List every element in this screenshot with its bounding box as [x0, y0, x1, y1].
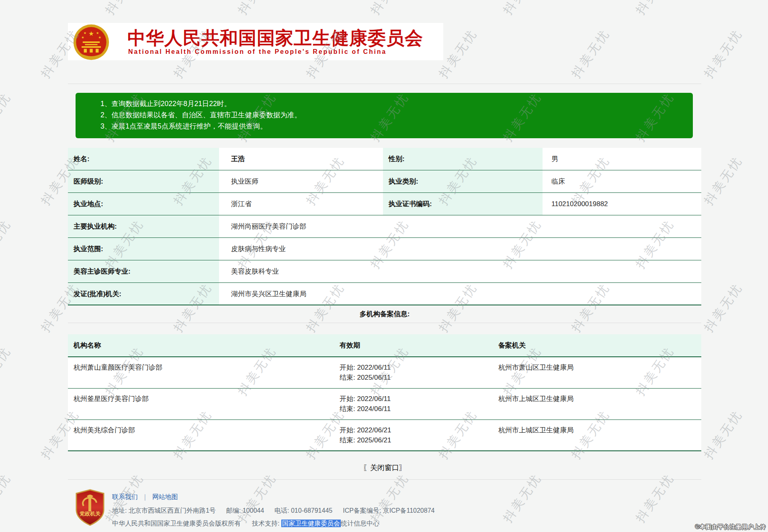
name-label: 姓名:: [68, 148, 219, 170]
filing-authority: 杭州市上城区卫生健康局: [498, 394, 701, 419]
validity-header: 有效期: [340, 341, 498, 350]
certificate-no-label: 执业证书编码:: [383, 193, 543, 215]
watermark-text: 抖美无忧: [765, 89, 768, 145]
table-row: 主要执业机构: 湖州尚丽医疗美容门诊部: [68, 215, 701, 238]
watermark-text: 抖美无忧: [632, 0, 678, 18]
practice-scope-label: 执业范围:: [68, 238, 219, 260]
watermark-text: 抖美无忧: [234, 0, 280, 18]
badge-label: 党政机关: [79, 511, 101, 517]
org-name-header: 机构名称: [68, 341, 340, 350]
org-name: 杭州萧山童颜医疗美容门诊部: [68, 362, 340, 388]
gender-label: 性别:: [383, 148, 543, 170]
svg-text:★: ★: [88, 30, 94, 37]
issuing-authority-label: 发证(批准)机关:: [68, 283, 219, 305]
svg-text:★: ★: [96, 31, 99, 35]
watermark-text: 抖美无忧: [765, 470, 768, 526]
cosmetic-specialty-label: 美容主诊医师专业:: [68, 260, 219, 282]
svg-text:★: ★: [84, 31, 86, 35]
doctor-info-table: 姓名: 王浩 性别: 男 医师级别: 执业医师 执业类别: 临床 执业地点: 浙…: [68, 148, 701, 305]
multi-org-header-row: 机构名称 有效期 备案机关: [68, 334, 701, 357]
watermark-text: 抖美无忧: [0, 0, 15, 18]
validity-end: 结束: 2025/06/11: [340, 372, 498, 383]
watermark-text: 抖美无忧: [765, 216, 768, 272]
tech-support-highlight: 国家卫生健康委员会: [281, 520, 341, 527]
watermark-text: 抖美无忧: [700, 26, 746, 81]
watermark-text: 抖美无忧: [765, 343, 768, 399]
footer-links: 联系我们｜网站地图: [112, 493, 178, 501]
icp-text: ICP备案编号: 京ICP备11020874: [343, 507, 434, 514]
watermark-text: 抖美无忧: [0, 216, 15, 272]
close-window-link[interactable]: 〖关闭窗口〗: [68, 463, 701, 473]
main-institution-label: 主要执业机构:: [68, 215, 219, 237]
tech-support-label: 技术支持:: [252, 520, 281, 527]
practice-scope-value: 皮肤病与性病专业: [219, 238, 701, 260]
site-header-banner: ★ ★ ★ ★ ★ 中华人民共和国国家卫生健康委员会 National Heal…: [68, 23, 443, 60]
validity-end: 结束: 2025/06/21: [340, 435, 498, 445]
address-text: 地址: 北京市西城区西直门外南路1号: [112, 507, 216, 514]
watermark-text: 抖美无忧: [500, 470, 545, 526]
national-emblem-icon: ★ ★ ★ ★ ★: [73, 24, 110, 61]
watermark-text: 抖美无忧: [632, 470, 678, 526]
watermark-text: 抖美无忧: [568, 26, 614, 81]
validity-start: 开始: 2022/06/11: [340, 362, 498, 372]
filing-authority-header: 备案机关: [498, 341, 701, 350]
site-title-english: National Health Commission of the People…: [128, 48, 387, 55]
footer-address-line: 地址: 北京市西城区西直门外南路1号邮编: 100044电话: 010-6879…: [112, 507, 445, 515]
certificate-no-value: 110210200019882: [543, 193, 701, 215]
filing-authority: 杭州市萧山区卫生健康局: [498, 362, 701, 388]
phone-text: 电话: 010-68791445: [274, 507, 332, 514]
footer-copyright-line: 中华人民共和国国家卫生健康委员会版权所有技术支持: 国家卫生健康委员会统计信息中…: [112, 520, 379, 528]
notice-line-1: 1、查询数据截止到2022年8月21日22时。: [100, 98, 685, 109]
org-name: 杭州美兆综合门诊部: [68, 425, 340, 450]
notice-line-3: 3、凌晨1点至凌晨5点系统进行维护，不能提供查询。: [100, 121, 685, 132]
table-row: 医师级别: 执业医师 执业类别: 临床: [68, 170, 701, 193]
watermark-text: 抖美无忧: [0, 470, 15, 526]
practice-location-label: 执业地点:: [68, 193, 219, 215]
query-notice-box: 1、查询数据截止到2022年8月21日22时。 2、信息数据结果以各省、自治区、…: [76, 93, 693, 138]
issuing-authority-value: 湖州市吴兴区卫生健康局: [219, 283, 701, 305]
table-row: 执业范围: 皮肤病与性病专业: [68, 238, 701, 260]
copyright-text: 中华人民共和国国家卫生健康委员会版权所有: [112, 520, 241, 527]
table-row: 美容主诊医师专业: 美容皮肤科专业: [68, 260, 701, 283]
upload-watermark-badge: ©本图由平台注册用户上传: [695, 524, 766, 531]
table-row: 杭州釜星医疗美容门诊部 开始: 2022/06/11 结束: 2024/06/1…: [68, 389, 701, 420]
table-row: 杭州萧山童颜医疗美容门诊部 开始: 2022/06/11 结束: 2025/06…: [68, 357, 701, 389]
divider-top: [68, 84, 701, 84]
notice-line-2: 2、信息数据结果以各省、自治区、直辖市卫生健康委数据为准。: [100, 109, 685, 121]
gender-value: 男: [543, 148, 701, 170]
table-row: 姓名: 王浩 性别: 男: [68, 148, 701, 170]
table-row: 杭州美兆综合门诊部 开始: 2022/06/21 结束: 2025/06/21 …: [68, 420, 701, 451]
divider-footer: [68, 479, 701, 480]
watermark-text: 抖美无忧: [700, 407, 746, 462]
contact-us-link[interactable]: 联系我们: [112, 493, 138, 500]
doctor-level-label: 医师级别:: [68, 170, 219, 192]
link-separator: ｜: [142, 493, 148, 500]
doctor-level-value: 执业医师: [219, 170, 383, 192]
multi-org-table: 机构名称 有效期 备案机关 杭州萧山童颜医疗美容门诊部 开始: 2022/06/…: [68, 334, 701, 451]
table-row: 执业地点: 浙江省 执业证书编码: 110210200019882: [68, 193, 701, 215]
party-gov-badge-icon: 党政机关: [75, 489, 105, 526]
filing-authority: 杭州市上城区卫生健康局: [498, 425, 701, 450]
sitemap-link[interactable]: 网站地图: [152, 493, 178, 500]
validity-start: 开始: 2022/06/21: [340, 425, 498, 435]
svg-text:★: ★: [81, 36, 84, 39]
watermark-text: 抖美无忧: [0, 343, 15, 399]
validity-start: 开始: 2022/06/11: [340, 394, 498, 404]
site-title: 中华人民共和国国家卫生健康委员会: [127, 26, 423, 50]
watermark-text: 抖美无忧: [367, 0, 413, 18]
practice-category-label: 执业类别:: [383, 170, 543, 192]
org-name: 杭州釜星医疗美容门诊部: [68, 394, 340, 419]
postcode-text: 邮编: 100044: [226, 507, 264, 514]
watermark-text: 抖美无忧: [700, 153, 746, 208]
practice-location-value: 浙江省: [219, 193, 383, 215]
watermark-text: 抖美无忧: [102, 0, 147, 18]
practice-category-value: 临床: [543, 170, 701, 192]
watermark-text: 抖美无忧: [367, 470, 413, 526]
multi-org-section-title: 多机构备案信息:: [68, 309, 701, 319]
cosmetic-specialty-value: 美容皮肤科专业: [219, 260, 701, 282]
validity-end: 结束: 2024/06/11: [340, 404, 498, 414]
watermark-text: 抖美无忧: [0, 89, 15, 145]
divider-section: [68, 323, 701, 323]
watermark-text: 抖美无忧: [700, 280, 746, 335]
watermark-text: 抖美无忧: [500, 0, 545, 18]
